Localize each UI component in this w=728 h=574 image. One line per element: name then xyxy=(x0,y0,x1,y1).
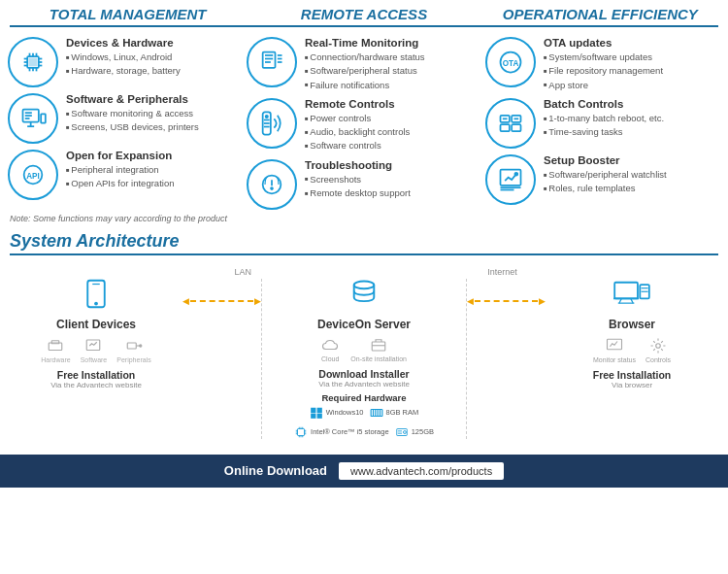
client-label: Client Devices xyxy=(56,318,136,331)
feature-batch-title: Batch Controls xyxy=(544,98,664,110)
browser-install-label: Free Installation xyxy=(593,369,672,381)
svg-point-85 xyxy=(403,430,406,433)
online-download-url: www.advantech.com/products xyxy=(339,462,504,480)
svg-rect-71 xyxy=(298,428,305,435)
online-download-label: Online Download xyxy=(224,463,327,478)
svg-rect-88 xyxy=(614,282,638,298)
feature-setup-bullet2: Roles, rule templates xyxy=(544,182,667,195)
screen-icon xyxy=(8,93,58,144)
req-hw-windows: Windows10 xyxy=(310,406,364,420)
svg-rect-63 xyxy=(316,407,321,412)
chip-icon xyxy=(8,37,58,87)
feature-batch-controls: Batch Controls 1-to-many batch reboot, e… xyxy=(485,98,720,149)
req-hw-cpu: Intel® Core™ i5 storage xyxy=(294,425,389,439)
feature-expansion-bullet1: Peripheral integration xyxy=(66,163,174,177)
req-hw-ram: 8GB RAM xyxy=(370,406,419,420)
req-hw-row: Windows10 8GB RAM Intel® Core™ i5 storag… xyxy=(266,406,462,439)
feature-monitoring-text: Real-Time Monitoring Connection/hardware… xyxy=(305,37,425,92)
feature-troubleshooting-bullet2: Remote desktop support xyxy=(305,186,411,200)
server-install-label: Download Installer xyxy=(318,368,409,380)
feature-batch-text: Batch Controls 1-to-many batch reboot, e… xyxy=(544,98,664,140)
svg-point-58 xyxy=(140,344,142,346)
feature-expansion-text: Open for Expansion Peripheral integratio… xyxy=(66,150,174,191)
feature-devices-text: Devices & Hardware Windows, Linux, Andro… xyxy=(66,37,181,79)
feature-monitoring-title: Real-Time Monitoring xyxy=(305,37,425,49)
internet-label: Internet xyxy=(459,267,546,277)
feature-ota-bullet3: App store xyxy=(544,79,663,92)
features-section: Devices & Hardware Windows, Linux, Andro… xyxy=(0,37,728,210)
feature-software-peripherals: Software & Peripherals Software monitori… xyxy=(8,93,243,144)
feature-setup-bullet1: Software/peripheral watchlist xyxy=(544,168,667,182)
feature-sw-text: Software & Peripherals Software monitori… xyxy=(66,93,199,135)
svg-rect-54 xyxy=(52,340,60,343)
svg-point-97 xyxy=(656,343,661,348)
svg-rect-42 xyxy=(501,124,510,131)
svg-rect-65 xyxy=(316,413,321,418)
feature-setup-title: Setup Booster xyxy=(544,154,667,166)
feature-realtime-monitoring: Real-Time Monitoring Connection/hardware… xyxy=(247,37,481,92)
feature-remote-controls: Remote Controls Power controls Audio, ba… xyxy=(247,98,481,153)
svg-point-59 xyxy=(354,281,375,288)
client-device-icon xyxy=(82,279,111,316)
svg-point-52 xyxy=(94,301,98,305)
feature-open-expansion: API Open for Expansion Peripheral integr… xyxy=(8,150,243,200)
feature-ota: OTA OTA updates System/software updates … xyxy=(485,37,720,92)
ota-icon: OTA xyxy=(485,37,536,87)
server-install-sub: Via the Advantech website xyxy=(318,380,410,388)
req-hw-ssd: 125GB xyxy=(395,425,434,439)
feature-devices-bullet1: Windows, Linux, Android xyxy=(66,51,181,64)
svg-point-31 xyxy=(266,116,268,118)
lan-arrow: ◀ ▶ xyxy=(182,279,261,308)
header-title-2: Remote Access xyxy=(246,6,481,27)
browser-sub-controls: Controls xyxy=(645,337,671,363)
svg-rect-17 xyxy=(41,114,46,122)
client-sub-peripherals: Peripherals xyxy=(116,337,150,363)
feature-setup-booster: Setup Booster Software/peripheral watchl… xyxy=(485,154,720,205)
arch-title: System Architecture xyxy=(10,231,718,255)
client-install-sub: Via the Advantech website xyxy=(50,381,142,389)
bottom-bar: Online Download www.advantech.com/produc… xyxy=(0,455,728,488)
svg-rect-43 xyxy=(512,124,520,131)
client-sub-software: Software xyxy=(81,337,108,363)
monitor-icon xyxy=(247,37,297,87)
server-sub-cloud: Cloud xyxy=(321,336,339,362)
header-row: Total Management Remote Access Operation… xyxy=(0,0,728,37)
svg-rect-23 xyxy=(263,52,276,68)
server-col: DeviceOn Server Cloud xyxy=(261,279,467,439)
feature-setup-text: Setup Booster Software/peripheral watchl… xyxy=(544,154,667,196)
header-col3: Operational Efficiency xyxy=(482,6,718,33)
feature-monitoring-bullet2: Software/peripheral status xyxy=(305,64,425,78)
feature-ota-text: OTA updates System/software updates File… xyxy=(544,37,663,92)
server-sub-onsite: On-site installation xyxy=(350,336,407,362)
svg-point-37 xyxy=(271,187,273,189)
header-col1: Total Management xyxy=(10,6,246,33)
feature-devices-title: Devices & Hardware xyxy=(66,37,181,49)
browser-label: Browser xyxy=(609,318,655,331)
svg-text:API: API xyxy=(26,172,40,181)
header-title-1: Total Management xyxy=(10,6,246,27)
features-col2: Real-Time Monitoring Connection/hardware… xyxy=(247,37,481,210)
svg-rect-60 xyxy=(372,342,385,351)
browser-install-sub: Via browser xyxy=(612,381,652,389)
batch-icon xyxy=(485,98,536,149)
svg-rect-66 xyxy=(371,409,382,416)
svg-point-47 xyxy=(514,173,517,176)
feature-monitoring-bullet1: Connection/hardware status xyxy=(305,51,425,64)
client-install-label: Free Installation xyxy=(57,369,136,381)
browser-sub-monitor: Monitor status xyxy=(593,337,636,363)
header-title-3: Operational Efficiency xyxy=(482,6,718,27)
setup-icon xyxy=(485,154,536,205)
svg-rect-13 xyxy=(30,59,37,66)
feature-ota-bullet2: File repository management xyxy=(544,64,663,78)
svg-text:OTA: OTA xyxy=(503,59,519,68)
feature-devices-hardware: Devices & Hardware Windows, Linux, Andro… xyxy=(8,37,243,87)
features-col3: OTA OTA updates System/software updates … xyxy=(485,37,720,210)
svg-rect-46 xyxy=(501,169,521,185)
feature-ota-title: OTA updates xyxy=(544,37,663,49)
feature-sw-bullet1: Software monitoring & access xyxy=(66,107,199,120)
server-icon xyxy=(348,279,380,316)
note-text: Note: Some functions may vary according … xyxy=(0,210,728,227)
feature-troubleshooting-text: Troubleshooting Screenshots Remote deskt… xyxy=(305,159,411,201)
feature-monitoring-bullet3: Failure notifications xyxy=(305,79,425,92)
feature-expansion-title: Open for Expansion xyxy=(66,150,174,161)
